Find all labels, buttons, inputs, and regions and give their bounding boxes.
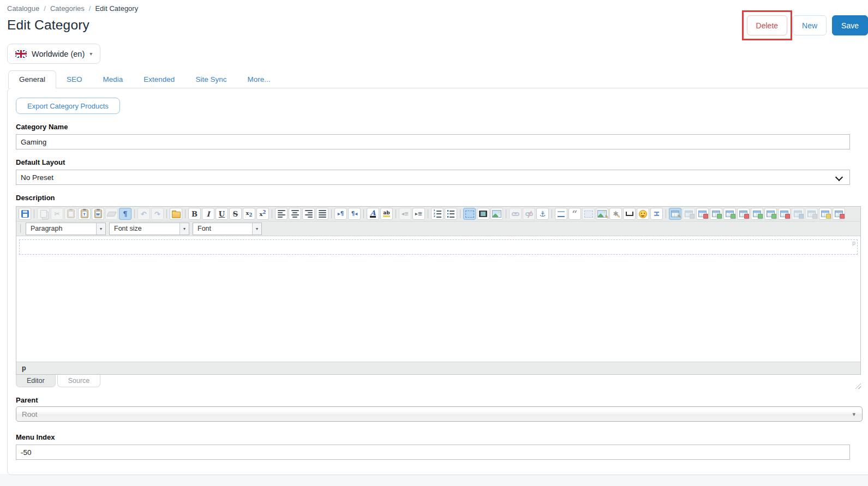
table-icon[interactable]: ✎ — [669, 208, 681, 220]
save-icon[interactable] — [19, 208, 31, 220]
insert-row-below-icon[interactable] — [723, 208, 736, 220]
merge-cells-icon[interactable] — [792, 208, 804, 220]
breadcrumb-separator: / — [44, 4, 46, 13]
page-properties-icon[interactable]: ✱✎ — [609, 208, 622, 220]
description-label: Description — [16, 194, 868, 202]
page-title: Edit Category — [7, 17, 868, 33]
paragraph-format-dropdown[interactable]: Paragraph▾ — [26, 223, 106, 235]
link-icon[interactable] — [509, 208, 522, 220]
export-category-products-button[interactable]: Export Category Products — [16, 98, 120, 114]
iframe-icon[interactable]: H — [650, 208, 663, 220]
unlink-icon[interactable] — [523, 208, 535, 220]
text-color-icon[interactable]: A — [367, 208, 379, 220]
insert-column-right-icon[interactable] — [764, 208, 777, 220]
underline-icon[interactable]: U — [215, 208, 228, 220]
paste-from-word-icon[interactable]: W — [92, 208, 104, 220]
paragraph-format-dropdown-label: Paragraph — [26, 223, 96, 235]
description-rich-text-editor: ✂TW¶↶↷BIUSx2x2▸¶¶◂Aab◂≡▸≡123⚓“✎✱✎H✎ Para… — [16, 206, 861, 375]
parent-label: Parent — [16, 396, 868, 405]
delete-row-icon[interactable] — [737, 208, 750, 220]
parent-select[interactable]: Root ▾ — [16, 406, 863, 422]
editor-mode-tab-source[interactable]: Source — [57, 375, 101, 387]
bulleted-list-icon[interactable] — [445, 208, 457, 220]
editor-mode-tab-editor[interactable]: Editor — [16, 375, 56, 387]
editor-content[interactable]: p — [16, 236, 860, 362]
toolbar-separator — [363, 209, 364, 218]
non-breaking-space-icon[interactable] — [623, 208, 636, 220]
select-box-icon[interactable] — [582, 208, 595, 220]
chevron-down-icon: ▾ — [852, 411, 855, 418]
chevron-down-icon[interactable]: ▾ — [179, 223, 189, 235]
redo-icon[interactable]: ↷ — [151, 208, 164, 220]
align-justify-icon[interactable] — [316, 208, 328, 220]
tab-media[interactable]: Media — [93, 71, 134, 88]
outdent-icon[interactable]: ◂≡ — [399, 208, 411, 220]
undo-icon[interactable]: ↶ — [137, 208, 150, 220]
superscript-icon[interactable]: x2 — [256, 208, 269, 220]
default-layout-value: No Preset — [21, 173, 53, 182]
background-color-icon[interactable]: ab — [380, 208, 393, 220]
toolbar-separator — [506, 209, 506, 218]
category-name-input[interactable] — [16, 134, 850, 149]
delete-column-icon[interactable] — [778, 208, 791, 220]
block-tag-label: p — [852, 240, 855, 246]
tab-seo[interactable]: SEO — [56, 71, 93, 88]
delete-button[interactable]: Delete — [747, 15, 787, 35]
save-button[interactable]: Save — [832, 15, 868, 35]
default-layout-select[interactable]: No Preset — [16, 170, 850, 185]
subscript-icon[interactable]: x2 — [243, 208, 255, 220]
general-tab-panel: Export Category Products Category Name D… — [7, 88, 868, 475]
insert-row-above-icon[interactable] — [710, 208, 722, 220]
align-left-icon[interactable] — [275, 208, 288, 220]
text-direction-rtl-icon[interactable]: ¶◂ — [348, 208, 361, 220]
parent-value: Root — [22, 410, 38, 418]
flash-icon[interactable] — [477, 208, 489, 220]
chevron-down-icon[interactable]: ▾ — [252, 223, 261, 235]
image-properties-icon[interactable]: ✎ — [596, 208, 608, 220]
paste-plain-text-icon[interactable]: T — [78, 208, 91, 220]
breadcrumb-item-catalogue[interactable]: Catalogue — [7, 4, 39, 13]
copy-icon[interactable] — [37, 208, 50, 220]
menu-index-input[interactable] — [16, 445, 850, 460]
chevron-down-icon[interactable]: ▾ — [96, 223, 105, 235]
tab-site-sync[interactable]: Site Sync — [185, 71, 237, 88]
new-button[interactable]: New — [793, 15, 827, 35]
cell-properties-icon[interactable] — [805, 208, 818, 220]
split-cell-vertical-icon[interactable] — [833, 208, 845, 220]
smiley-icon[interactable] — [637, 208, 649, 220]
horizontal-rule-icon[interactable] — [555, 208, 567, 220]
blockquote-icon[interactable]: “ — [568, 208, 581, 220]
cut-icon[interactable]: ✂ — [51, 208, 63, 220]
bold-icon[interactable]: B — [188, 208, 201, 220]
table-properties-icon[interactable] — [683, 208, 695, 220]
insert-column-left-icon[interactable] — [751, 208, 763, 220]
paste-icon[interactable] — [64, 208, 77, 220]
strikethrough-icon[interactable]: S — [229, 208, 242, 220]
page-header: Catalogue/Categories/Edit Category Edit … — [0, 0, 868, 64]
remove-format-icon[interactable] — [105, 208, 118, 220]
show-blocks-icon[interactable]: ¶ — [119, 208, 131, 220]
tab-extended[interactable]: Extended — [133, 71, 185, 88]
div-container-icon[interactable] — [463, 208, 476, 220]
font-family-dropdown[interactable]: Font▾ — [193, 223, 262, 235]
anchor-icon[interactable]: ⚓ — [536, 208, 549, 220]
split-cell-horizontal-icon[interactable] — [819, 208, 831, 220]
edit-category-page: { "breadcrumb": {"items": ["Catalogue", … — [0, 0, 868, 486]
language-label: Worldwide (en) — [32, 50, 85, 58]
font-size-dropdown[interactable]: Font size▾ — [109, 223, 189, 235]
toolbar-separator — [134, 209, 135, 218]
file-browser-icon[interactable] — [170, 208, 182, 220]
toolbar-separator — [396, 209, 396, 218]
breadcrumb-item-categories[interactable]: Categories — [50, 4, 85, 13]
italic-icon[interactable]: I — [202, 208, 214, 220]
tab-general[interactable]: General — [8, 70, 56, 88]
align-center-icon[interactable] — [289, 208, 301, 220]
numbered-list-icon[interactable]: 123 — [431, 208, 444, 220]
tab-more[interactable]: More... — [237, 71, 280, 88]
indent-icon[interactable]: ▸≡ — [412, 208, 425, 220]
align-right-icon[interactable] — [302, 208, 315, 220]
text-direction-ltr-icon[interactable]: ▸¶ — [334, 208, 347, 220]
language-selector[interactable]: Worldwide (en) ▾ — [7, 44, 100, 64]
image-icon[interactable] — [490, 208, 503, 220]
delete-table-icon[interactable] — [696, 208, 709, 220]
